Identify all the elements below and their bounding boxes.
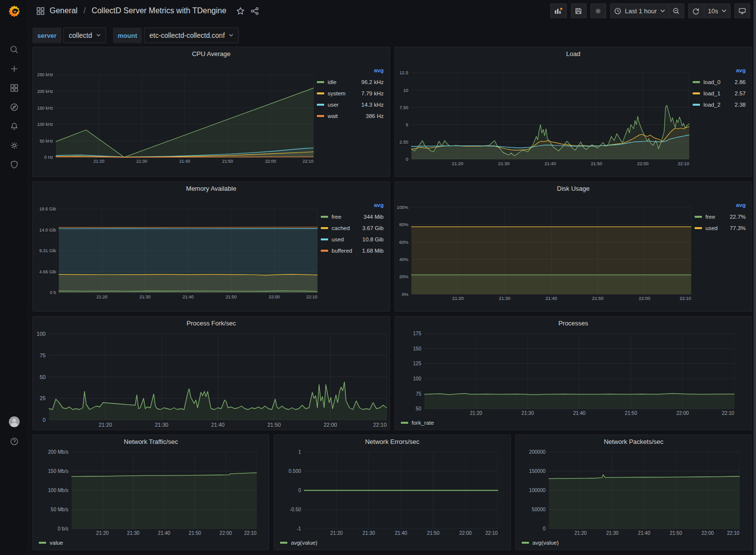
legend-series-name: buffered (332, 248, 352, 254)
legend-item-used[interactable]: used77.3% (695, 222, 747, 234)
variables-submenu: server collectd mount etc-collectd-colle… (28, 22, 756, 47)
legend-item-free[interactable]: free22.7% (695, 211, 747, 222)
svg-text:21:30: 21:30 (137, 159, 147, 164)
variable-server-value[interactable]: collectd (63, 28, 106, 43)
user-avatar[interactable] (5, 416, 24, 427)
legend-series-name: free (705, 214, 715, 220)
time-range-picker[interactable]: Last 1 hour (610, 3, 669, 18)
panel-network-errors-sec: Network Errors/sec -1-0.5000.500121:2021… (274, 435, 510, 550)
create-plus-icon[interactable] (5, 63, 24, 74)
svg-text:21:20: 21:20 (99, 422, 112, 428)
legend-item-load_1[interactable]: load_12.57 (693, 88, 747, 99)
svg-text:5: 5 (406, 122, 408, 127)
panel-title[interactable]: Process Fork/sec (33, 317, 390, 330)
legend-series-avg-value: 2.86 (735, 79, 747, 85)
load-chart[interactable]: 02.5057.501012.521:2021:3021:4021:5022:0… (395, 60, 692, 176)
legend-item-wait[interactable]: wait386 Hz (317, 110, 385, 121)
legend-series-name: avg(value) (532, 540, 559, 546)
svg-text:0: 0 (299, 488, 302, 493)
legend-item-used[interactable]: used10.8 Gib (321, 234, 385, 245)
clock-icon (614, 7, 621, 15)
legend-series-name: wait (328, 113, 337, 119)
dashboard-settings-button[interactable] (590, 3, 606, 18)
panel-network-traffic-sec: Network Traffic/sec 0 b/s50 Mb/s100 Mb/s… (32, 435, 269, 550)
svg-text:21:50: 21:50 (592, 296, 603, 301)
legend-series-color (317, 92, 324, 94)
refresh-interval-picker[interactable]: 10s (704, 3, 730, 18)
legend-item-load_0[interactable]: load_02.86 (693, 76, 747, 88)
legend-series-color (401, 422, 408, 424)
panel-title[interactable]: Load (395, 47, 752, 60)
search-icon[interactable] (5, 44, 24, 55)
legend-series-avg-value: 2.57 (735, 90, 747, 96)
legend-item-load_2[interactable]: load_22.38 (693, 99, 747, 110)
help-icon[interactable] (5, 436, 24, 447)
panel-title[interactable]: Processes (395, 317, 752, 330)
breadcrumb-folder[interactable]: General (50, 6, 78, 15)
legend-item-buffered[interactable]: buffered1.68 Mib (321, 245, 385, 256)
svg-text:100: 100 (413, 376, 421, 381)
legend-series-avg-value: 2.38 (735, 102, 747, 108)
legend-series-color (321, 238, 328, 240)
svg-text:21:30: 21:30 (498, 161, 509, 166)
panel-title[interactable]: Memory Available (33, 182, 390, 195)
add-panel-button[interactable] (550, 3, 567, 18)
explore-compass-icon[interactable] (5, 102, 24, 113)
cpu-average-chart[interactable]: 0 Hz50 kHz100 kHz150 kHz200 kHz250 kHz21… (33, 60, 316, 176)
legend-item-idle[interactable]: idle96.2 kHz (317, 76, 385, 88)
grafana-logo[interactable] (0, 0, 28, 23)
svg-text:21:30: 21:30 (127, 530, 140, 536)
network-traffic-chart[interactable]: 0 b/s50 Mb/s100 Mb/s150 Mb/s200 Mb/s21:2… (33, 448, 269, 538)
star-icon[interactable] (236, 7, 245, 15)
svg-text:21:50: 21:50 (625, 410, 638, 416)
alerting-bell-icon[interactable] (5, 121, 24, 132)
panel-title[interactable]: Network Packets/sec (516, 435, 752, 448)
vertical-scrollbar[interactable] (754, 0, 756, 555)
cycle-view-mode-button[interactable] (734, 3, 750, 18)
legend-item-user[interactable]: user14.3 kHz (317, 99, 385, 110)
svg-text:100 Mb/s: 100 Mb/s (48, 488, 69, 493)
scrollbar-thumb[interactable] (754, 0, 756, 555)
legend-item-value[interactable]: value (39, 539, 63, 547)
save-dashboard-button[interactable] (571, 3, 587, 18)
zoom-out-time-button[interactable] (669, 3, 684, 18)
variable-server: server collectd (32, 28, 106, 43)
legend-series-color (693, 92, 700, 94)
panel-title[interactable]: CPU Average (33, 47, 390, 60)
svg-text:21:40: 21:40 (158, 530, 170, 536)
disk-usage-chart[interactable]: 0%20%40%60%80%100%21:2021:3021:4021:5022… (395, 195, 694, 311)
panel-title[interactable]: Network Traffic/sec (33, 435, 269, 448)
legend-item-free[interactable]: free344 Mib (321, 211, 385, 222)
svg-text:200 Mb/s: 200 Mb/s (48, 449, 69, 455)
panel-load: Load 02.5057.501012.521:2021:3021:4021:5… (394, 47, 752, 177)
legend-item-avg(value)[interactable]: avg(value) (280, 539, 317, 547)
server-admin-shield-icon[interactable] (5, 159, 24, 170)
svg-text:22:00: 22:00 (639, 296, 650, 301)
legend-item-fork_rate[interactable]: fork_rate (401, 419, 434, 427)
legend-avg-header: avg (693, 67, 747, 73)
legend-series-name: cached (332, 225, 350, 231)
legend-item-system[interactable]: system7.79 kHz (317, 88, 385, 99)
variable-mount-value[interactable]: etc-collectd-collectd.conf (144, 28, 238, 43)
process-fork-chart[interactable]: 025507510021:2021:3021:4021:5022:0022:10 (33, 330, 390, 430)
svg-text:75: 75 (40, 352, 46, 358)
refresh-button[interactable] (688, 3, 704, 18)
memory-available-chart[interactable]: 0 b4.66 Gib9.31 Gib14.0 Gib18.6 Gib21:20… (33, 195, 320, 311)
legend-item-cached[interactable]: cached3.67 Gib (321, 222, 385, 234)
share-icon[interactable] (251, 7, 259, 15)
legend-series-avg-value: 344 Mib (364, 214, 385, 220)
network-errors-chart[interactable]: -1-0.5000.500121:2021:3021:4021:5022:002… (274, 448, 510, 538)
svg-text:21:20: 21:20 (96, 530, 109, 536)
processes-chart[interactable]: 507510012515017521:2021:3021:4021:5022:0… (395, 330, 752, 418)
network-packets-chart[interactable]: 05000010000015000020000021:2021:3021:402… (516, 448, 752, 538)
configuration-gear-icon[interactable] (5, 140, 24, 151)
dashboards-icon[interactable] (5, 83, 24, 93)
svg-text:22:00: 22:00 (637, 161, 648, 166)
legend-item-avg(value)[interactable]: avg(value) (522, 539, 559, 547)
panel-title[interactable]: Disk Usage (395, 182, 752, 195)
svg-text:0 Hz: 0 Hz (44, 155, 53, 160)
top-navbar: General / CollectD Server Metrics with T… (28, 0, 756, 22)
svg-text:21:50: 21:50 (225, 294, 236, 299)
panel-title[interactable]: Network Errors/sec (274, 435, 510, 448)
dashboard-title[interactable]: CollectD Server Metrics with TDengine (91, 6, 226, 15)
